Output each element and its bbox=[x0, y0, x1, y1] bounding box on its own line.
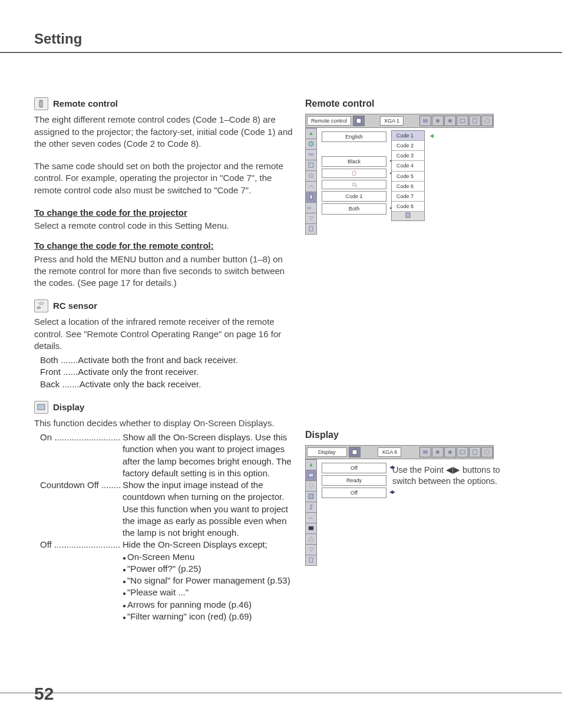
sidebar-item-icon[interactable] bbox=[305, 139, 317, 150]
section-head-display: Display bbox=[34, 401, 293, 414]
display-note: Use the Point ◀▶ buttons to switch betwe… bbox=[392, 465, 504, 487]
left-right-arrows-icon bbox=[389, 489, 394, 496]
svg-rect-5 bbox=[423, 119, 428, 123]
code-dropdown: Code 1◄ Code 2 Code 3 Code 4 Code 5 Code… bbox=[391, 130, 425, 221]
topbar-tab-icon[interactable] bbox=[481, 116, 493, 126]
sidebar-item-display-selected[interactable] bbox=[305, 470, 317, 481]
setting-field-background[interactable]: Black bbox=[322, 156, 386, 167]
remote-control-icon bbox=[34, 97, 48, 110]
topbar-tab-icon[interactable] bbox=[457, 116, 468, 126]
svg-rect-3 bbox=[38, 404, 45, 410]
definition: Show all the On-Screen displays. Use thi… bbox=[123, 431, 293, 479]
subhead-change-projector: To change the code for the projector bbox=[34, 207, 293, 219]
definition: Show the input image instead of the coun… bbox=[123, 479, 293, 539]
rc-sensor-icon: IR bbox=[34, 299, 48, 312]
topbar-tab-icon[interactable] bbox=[419, 447, 431, 457]
topbar-tab-icon[interactable] bbox=[444, 447, 456, 457]
topbar-tab-icon[interactable] bbox=[469, 447, 481, 457]
list-item: Both .......Activate both the front and … bbox=[40, 354, 293, 366]
setting-field-lamp[interactable] bbox=[322, 169, 386, 178]
svg-point-7 bbox=[448, 119, 452, 123]
code-option[interactable]: Code 6 bbox=[392, 182, 424, 192]
sidebar-scroll-up[interactable] bbox=[305, 128, 317, 139]
topbar-tab-icon[interactable] bbox=[469, 116, 481, 126]
right-column: Remote control Remote control XGA 1 bbox=[305, 97, 533, 622]
sidebar-exit-icon[interactable] bbox=[305, 223, 317, 235]
osd-panel-remote: Remote control XGA 1 bbox=[305, 114, 494, 234]
osd-mode-label: XGA 1 bbox=[380, 116, 404, 126]
bullet-item: "Please wait ..." bbox=[123, 587, 293, 598]
list-item: Back .......Activate only the back recei… bbox=[40, 378, 293, 390]
definition: Hide the On-Screen Displays except; On-S… bbox=[123, 539, 293, 622]
setting-field-power[interactable]: Ready bbox=[322, 475, 386, 486]
setting-field-language[interactable]: English bbox=[322, 131, 386, 142]
svg-rect-14 bbox=[310, 195, 312, 199]
topbar-tab-icon[interactable] bbox=[444, 116, 456, 126]
display-icon bbox=[34, 401, 48, 414]
code-option[interactable]: Code 4 bbox=[392, 161, 424, 171]
svg-point-21 bbox=[436, 450, 439, 454]
code-option[interactable]: Code 8 bbox=[392, 202, 424, 212]
osd-topbar-label: Display bbox=[307, 447, 347, 457]
term: Off ........................... bbox=[40, 539, 123, 622]
osd-sidebar: IR bbox=[305, 128, 317, 234]
sidebar-scroll-up[interactable] bbox=[305, 459, 317, 470]
svg-rect-23 bbox=[460, 450, 465, 454]
list-item: On ...........................Show all t… bbox=[40, 431, 293, 479]
svg-rect-29 bbox=[309, 526, 313, 530]
setting-field-remote-code[interactable]: Code 1 bbox=[322, 191, 386, 202]
rcsensor-list: Both .......Activate both the front and … bbox=[40, 354, 293, 390]
sidebar-scroll-down[interactable] bbox=[305, 213, 317, 224]
sidebar-item-icon[interactable] bbox=[305, 160, 317, 171]
code-option[interactable]: Code 2 bbox=[392, 141, 424, 151]
setting-field-rcsensor[interactable]: Both bbox=[322, 203, 386, 214]
sidebar-item-icon[interactable] bbox=[305, 181, 317, 192]
svg-rect-26 bbox=[309, 473, 313, 477]
selection-arrow-icon: ◄ bbox=[428, 131, 435, 140]
sidebar-scroll-down[interactable] bbox=[305, 544, 317, 555]
sidebar-item-icon[interactable] bbox=[305, 533, 317, 545]
topbar-tab-icon[interactable] bbox=[432, 116, 444, 126]
code-option[interactable]: Code 1◄ bbox=[392, 131, 424, 141]
subtext-change-projector: Select a remote control code in this Set… bbox=[34, 220, 293, 232]
sidebar-item-icon[interactable] bbox=[305, 491, 317, 502]
code-option[interactable]: Code 5 bbox=[392, 172, 424, 182]
svg-point-27 bbox=[309, 483, 313, 488]
topbar-tab-icon[interactable] bbox=[481, 447, 493, 457]
sidebar-item-icon[interactable]: IR bbox=[305, 202, 317, 213]
sidebar-item-icon[interactable] bbox=[305, 149, 317, 160]
topbar-tab-icon[interactable] bbox=[457, 447, 468, 457]
term: Countdown Off ........ bbox=[40, 479, 123, 539]
svg-point-17 bbox=[352, 171, 356, 176]
topbar-tab-icon[interactable] bbox=[349, 447, 361, 457]
off-bullets: On-Screen Menu "Power off?" (p.25) "No s… bbox=[123, 551, 293, 623]
svg-point-11 bbox=[309, 141, 313, 146]
bullet-item: "Filter warning" icon (red) (p.69) bbox=[123, 611, 293, 622]
code-exit-icon[interactable] bbox=[392, 212, 424, 220]
list-item: Front ......Activate only the front rece… bbox=[40, 366, 293, 378]
setting-field-pointer[interactable] bbox=[322, 180, 386, 189]
sidebar-exit-icon[interactable] bbox=[305, 555, 317, 566]
sidebar-item-icon[interactable] bbox=[305, 170, 317, 182]
code-option[interactable]: Code 7 bbox=[392, 192, 424, 202]
bullet-item: On-Screen Menu bbox=[123, 551, 293, 563]
sidebar-item-remote-selected[interactable] bbox=[305, 192, 317, 203]
svg-point-10 bbox=[485, 118, 490, 123]
osd-settings: Off Ready Off bbox=[317, 459, 389, 565]
sidebar-item-icon[interactable] bbox=[305, 480, 317, 492]
sidebar-item-icon[interactable] bbox=[305, 502, 317, 513]
svg-rect-24 bbox=[473, 450, 477, 454]
code-option[interactable]: Code 3 bbox=[392, 151, 424, 161]
sidebar-item-icon[interactable] bbox=[305, 523, 317, 534]
bullet-item: Arrows for panning mode (p.46) bbox=[123, 599, 293, 611]
topbar-tab-icon[interactable] bbox=[432, 447, 444, 457]
topbar-tab-icon[interactable] bbox=[353, 116, 365, 126]
term: Back ....... bbox=[40, 378, 80, 390]
sidebar-item-icon[interactable] bbox=[305, 512, 317, 523]
svg-text:IR: IR bbox=[37, 306, 41, 309]
svg-rect-20 bbox=[423, 450, 428, 454]
topbar-tab-icon[interactable] bbox=[419, 116, 431, 126]
setting-field-onstart[interactable]: Off bbox=[322, 487, 386, 498]
content: Remote control The eight different remot… bbox=[0, 53, 562, 622]
setting-field-display[interactable]: Off bbox=[322, 463, 386, 473]
